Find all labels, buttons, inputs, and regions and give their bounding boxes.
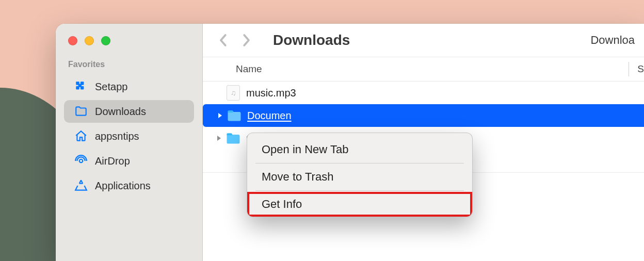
airdrop-icon: [74, 154, 88, 168]
window-title: Downloads: [273, 32, 350, 48]
menu-separator: [255, 163, 464, 164]
toolbar-path-label[interactable]: Downloa: [590, 34, 635, 47]
column-header-name[interactable]: Name: [236, 63, 262, 75]
sidebar-item-label: Applications: [95, 180, 151, 192]
folder-icon: [227, 108, 242, 123]
close-window-button[interactable]: [68, 36, 77, 45]
disclosure-triangle[interactable]: [214, 112, 226, 119]
file-label: music.mp3: [246, 87, 296, 99]
minimize-window-button[interactable]: [85, 36, 94, 45]
svg-marker-8: [217, 136, 221, 141]
toolbar: Downloads Downloa: [203, 24, 644, 57]
svg-rect-7: [228, 110, 233, 112]
sidebar-item-label: appsntips: [95, 130, 139, 142]
sidebar-section-title: Favorites: [56, 60, 202, 73]
nav-forward-button[interactable]: [235, 29, 257, 52]
folder-icon: [74, 105, 88, 118]
svg-marker-6: [218, 113, 222, 118]
context-menu: Open in New Tab Move to Trash Get Info: [247, 133, 473, 217]
sidebar: Favorites Setapp Downloads appsntips Air…: [56, 24, 203, 261]
svg-rect-4: [78, 84, 82, 88]
house-icon: [74, 129, 88, 143]
column-header-row: Name S: [203, 57, 644, 81]
file-row-documents[interactable]: Documen: [203, 104, 644, 127]
menu-item-open-new-tab[interactable]: Open in New Tab: [247, 137, 472, 162]
zoom-window-button[interactable]: [101, 36, 110, 45]
nav-back-button[interactable]: [212, 29, 235, 52]
window-controls: [56, 31, 202, 60]
menu-item-move-to-trash[interactable]: Move to Trash: [247, 165, 472, 189]
sidebar-item-applications[interactable]: Applications: [64, 174, 194, 197]
sidebar-item-downloads[interactable]: Downloads: [64, 100, 194, 123]
apps-icon: [74, 179, 88, 192]
menu-separator: [255, 190, 464, 191]
menu-item-get-info[interactable]: Get Info: [247, 192, 472, 217]
sidebar-item-label: Setapp: [95, 81, 127, 93]
sidebar-item-label: Downloads: [95, 106, 146, 118]
svg-point-5: [79, 159, 83, 163]
file-label: Documen: [247, 110, 292, 122]
stack-icon: [74, 80, 88, 93]
column-header-second[interactable]: S: [631, 63, 644, 75]
sidebar-item-setapp[interactable]: Setapp: [64, 75, 194, 98]
sidebar-item-appsntips[interactable]: appsntips: [64, 125, 194, 148]
disclosure-triangle[interactable]: [213, 135, 224, 141]
sidebar-item-airdrop[interactable]: AirDrop: [64, 150, 194, 172]
column-divider[interactable]: [629, 62, 629, 76]
folder-icon: [226, 130, 241, 146]
sidebar-item-label: AirDrop: [95, 155, 130, 167]
audio-file-icon: ♫: [226, 85, 241, 101]
file-row-music[interactable]: ♫ music.mp3: [203, 81, 644, 104]
svg-rect-9: [227, 133, 232, 135]
